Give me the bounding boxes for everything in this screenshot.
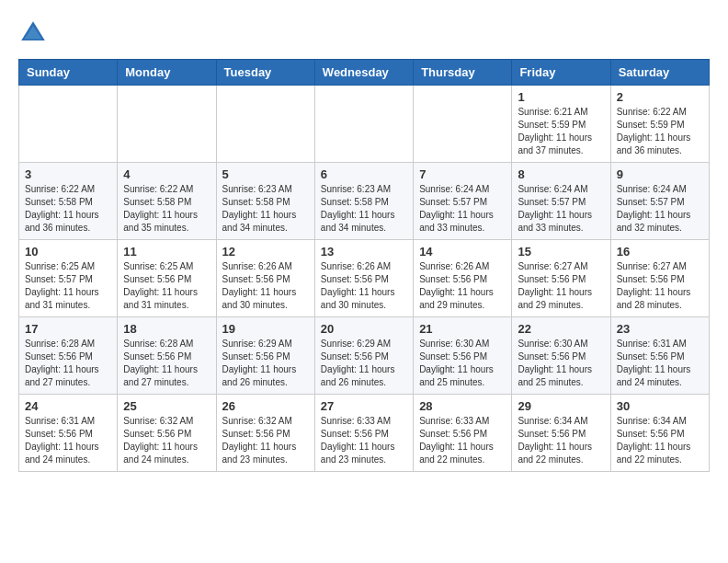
day-info: Sunrise: 6:23 AM Sunset: 5:58 PM Dayligh… [222,183,309,235]
day-info: Sunrise: 6:27 AM Sunset: 5:56 PM Dayligh… [518,260,604,312]
day-number: 12 [222,245,309,259]
day-cell: 23Sunrise: 6:31 AM Sunset: 5:56 PM Dayli… [610,317,709,395]
weekday-tuesday: Tuesday [216,60,314,86]
day-info: Sunrise: 6:32 AM Sunset: 5:56 PM Dayligh… [222,415,309,466]
page: SundayMondayTuesdayWednesdayThursdayFrid… [0,0,728,490]
day-number: 26 [222,399,309,413]
day-info: Sunrise: 6:30 AM Sunset: 5:56 PM Dayligh… [518,338,604,389]
day-cell: 20Sunrise: 6:29 AM Sunset: 5:56 PM Dayli… [314,317,413,395]
day-number: 9 [617,167,703,181]
week-row-4: 17Sunrise: 6:28 AM Sunset: 5:56 PM Dayli… [19,317,710,395]
day-info: Sunrise: 6:30 AM Sunset: 5:56 PM Dayligh… [419,338,506,389]
day-info: Sunrise: 6:32 AM Sunset: 5:56 PM Dayligh… [123,415,210,466]
day-info: Sunrise: 6:25 AM Sunset: 5:57 PM Dayligh… [25,260,111,312]
day-cell: 12Sunrise: 6:26 AM Sunset: 5:56 PM Dayli… [216,240,314,317]
day-number: 20 [321,322,407,336]
weekday-friday: Friday [512,60,610,86]
day-info: Sunrise: 6:22 AM Sunset: 5:59 PM Dayligh… [617,106,703,157]
day-cell [118,86,216,163]
header [18,15,710,48]
day-number: 8 [518,167,604,181]
week-row-3: 10Sunrise: 6:25 AM Sunset: 5:57 PM Dayli… [19,240,710,317]
day-cell: 11Sunrise: 6:25 AM Sunset: 5:56 PM Dayli… [118,240,216,317]
day-cell: 6Sunrise: 6:23 AM Sunset: 5:58 PM Daylig… [314,163,413,240]
day-cell: 9Sunrise: 6:24 AM Sunset: 5:57 PM Daylig… [610,163,709,240]
day-number: 29 [518,399,604,413]
week-row-2: 3Sunrise: 6:22 AM Sunset: 5:58 PM Daylig… [19,163,710,240]
day-number: 24 [25,399,111,413]
day-cell [314,86,413,163]
day-number: 1 [518,90,604,104]
day-info: Sunrise: 6:21 AM Sunset: 5:59 PM Dayligh… [518,106,604,157]
day-cell [216,86,314,163]
day-info: Sunrise: 6:25 AM Sunset: 5:56 PM Dayligh… [123,260,210,312]
day-cell: 13Sunrise: 6:26 AM Sunset: 5:56 PM Dayli… [314,240,413,317]
day-info: Sunrise: 6:24 AM Sunset: 5:57 PM Dayligh… [617,183,703,235]
day-number: 28 [419,399,506,413]
day-info: Sunrise: 6:24 AM Sunset: 5:57 PM Dayligh… [518,183,604,235]
day-cell [414,86,512,163]
day-info: Sunrise: 6:34 AM Sunset: 5:56 PM Dayligh… [518,415,604,466]
day-number: 3 [25,167,111,181]
day-number: 22 [518,322,604,336]
day-cell: 26Sunrise: 6:32 AM Sunset: 5:56 PM Dayli… [216,395,314,472]
calendar: SundayMondayTuesdayWednesdayThursdayFrid… [18,59,710,472]
day-number: 21 [419,322,506,336]
day-number: 13 [321,245,407,259]
day-cell: 16Sunrise: 6:27 AM Sunset: 5:56 PM Dayli… [610,240,709,317]
day-info: Sunrise: 6:34 AM Sunset: 5:56 PM Dayligh… [617,415,703,466]
day-info: Sunrise: 6:29 AM Sunset: 5:56 PM Dayligh… [321,338,407,389]
day-cell: 8Sunrise: 6:24 AM Sunset: 5:57 PM Daylig… [512,163,610,240]
day-number: 11 [123,245,210,259]
weekday-header-row: SundayMondayTuesdayWednesdayThursdayFrid… [19,60,710,86]
day-info: Sunrise: 6:26 AM Sunset: 5:56 PM Dayligh… [321,260,407,312]
day-cell: 30Sunrise: 6:34 AM Sunset: 5:56 PM Dayli… [610,395,709,472]
day-number: 30 [617,399,703,413]
day-number: 15 [518,245,604,259]
day-info: Sunrise: 6:26 AM Sunset: 5:56 PM Dayligh… [419,260,506,312]
day-cell: 5Sunrise: 6:23 AM Sunset: 5:58 PM Daylig… [216,163,314,240]
day-number: 4 [123,167,210,181]
day-number: 17 [25,322,111,336]
weekday-thursday: Thursday [414,60,512,86]
day-cell: 1Sunrise: 6:21 AM Sunset: 5:59 PM Daylig… [512,86,610,163]
day-number: 23 [617,322,703,336]
day-info: Sunrise: 6:24 AM Sunset: 5:57 PM Dayligh… [419,183,506,235]
day-cell: 2Sunrise: 6:22 AM Sunset: 5:59 PM Daylig… [610,86,709,163]
day-number: 27 [321,399,407,413]
day-cell: 25Sunrise: 6:32 AM Sunset: 5:56 PM Dayli… [118,395,216,472]
day-number: 14 [419,245,506,259]
day-info: Sunrise: 6:22 AM Sunset: 5:58 PM Dayligh… [25,183,111,235]
week-row-1: 1Sunrise: 6:21 AM Sunset: 5:59 PM Daylig… [19,86,710,163]
day-cell: 17Sunrise: 6:28 AM Sunset: 5:56 PM Dayli… [19,317,118,395]
week-row-5: 24Sunrise: 6:31 AM Sunset: 5:56 PM Dayli… [19,395,710,472]
day-cell: 24Sunrise: 6:31 AM Sunset: 5:56 PM Dayli… [19,395,118,472]
day-info: Sunrise: 6:22 AM Sunset: 5:58 PM Dayligh… [123,183,210,235]
day-info: Sunrise: 6:31 AM Sunset: 5:56 PM Dayligh… [25,415,111,466]
day-cell: 19Sunrise: 6:29 AM Sunset: 5:56 PM Dayli… [216,317,314,395]
day-cell: 22Sunrise: 6:30 AM Sunset: 5:56 PM Dayli… [512,317,610,395]
day-cell: 4Sunrise: 6:22 AM Sunset: 5:58 PM Daylig… [118,163,216,240]
day-cell: 21Sunrise: 6:30 AM Sunset: 5:56 PM Dayli… [414,317,512,395]
day-cell: 27Sunrise: 6:33 AM Sunset: 5:56 PM Dayli… [314,395,413,472]
weekday-monday: Monday [118,60,216,86]
day-cell: 14Sunrise: 6:26 AM Sunset: 5:56 PM Dayli… [414,240,512,317]
day-cell [19,86,118,163]
day-info: Sunrise: 6:27 AM Sunset: 5:56 PM Dayligh… [617,260,703,312]
day-info: Sunrise: 6:33 AM Sunset: 5:56 PM Dayligh… [321,415,407,466]
day-cell: 10Sunrise: 6:25 AM Sunset: 5:57 PM Dayli… [19,240,118,317]
day-number: 7 [419,167,506,181]
day-info: Sunrise: 6:28 AM Sunset: 5:56 PM Dayligh… [123,338,210,389]
weekday-sunday: Sunday [19,60,118,86]
day-info: Sunrise: 6:29 AM Sunset: 5:56 PM Dayligh… [222,338,309,389]
day-cell: 3Sunrise: 6:22 AM Sunset: 5:58 PM Daylig… [19,163,118,240]
day-info: Sunrise: 6:33 AM Sunset: 5:56 PM Dayligh… [419,415,506,466]
day-number: 18 [123,322,210,336]
day-cell: 28Sunrise: 6:33 AM Sunset: 5:56 PM Dayli… [414,395,512,472]
day-info: Sunrise: 6:26 AM Sunset: 5:56 PM Dayligh… [222,260,309,312]
day-number: 25 [123,399,210,413]
day-number: 19 [222,322,309,336]
day-cell: 15Sunrise: 6:27 AM Sunset: 5:56 PM Dayli… [512,240,610,317]
day-number: 2 [617,90,703,104]
day-number: 10 [25,245,111,259]
